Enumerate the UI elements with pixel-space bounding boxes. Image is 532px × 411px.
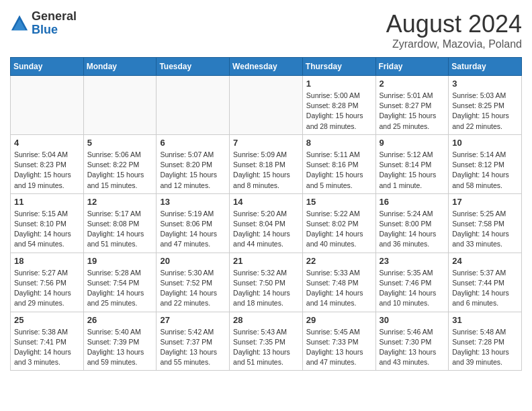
- day-info: Sunrise: 5:37 AM Sunset: 7:44 PM Dayligh…: [452, 268, 518, 309]
- calendar-cell: 11Sunrise: 5:15 AM Sunset: 8:10 PM Dayli…: [11, 193, 84, 253]
- page-header: General Blue August 2024 Zyrardow, Mazov…: [10, 10, 522, 50]
- day-number: 24: [452, 256, 518, 266]
- location-subtitle: Zyrardow, Mazovia, Poland: [386, 38, 522, 50]
- calendar-cell: 13Sunrise: 5:19 AM Sunset: 8:06 PM Dayli…: [157, 193, 230, 253]
- day-info: Sunrise: 5:03 AM Sunset: 8:25 PM Dayligh…: [452, 91, 518, 132]
- day-info: Sunrise: 5:25 AM Sunset: 7:58 PM Dayligh…: [452, 209, 518, 250]
- day-number: 27: [160, 315, 226, 325]
- calendar-cell: 16Sunrise: 5:24 AM Sunset: 8:00 PM Dayli…: [375, 193, 449, 253]
- calendar-cell: 9Sunrise: 5:12 AM Sunset: 8:14 PM Daylig…: [375, 134, 449, 193]
- day-number: 16: [380, 197, 445, 207]
- day-info: Sunrise: 5:42 AM Sunset: 7:37 PM Dayligh…: [160, 327, 226, 368]
- day-info: Sunrise: 5:48 AM Sunset: 7:28 PM Dayligh…: [452, 327, 518, 368]
- day-number: 8: [306, 138, 372, 148]
- day-number: 30: [380, 315, 445, 325]
- day-info: Sunrise: 5:04 AM Sunset: 8:23 PM Dayligh…: [14, 150, 80, 191]
- day-number: 3: [452, 79, 518, 89]
- day-of-week-header: Monday: [83, 58, 157, 76]
- day-info: Sunrise: 5:30 AM Sunset: 7:52 PM Dayligh…: [160, 268, 226, 309]
- day-number: 18: [14, 256, 80, 266]
- day-info: Sunrise: 5:38 AM Sunset: 7:41 PM Dayligh…: [14, 327, 80, 368]
- day-info: Sunrise: 5:43 AM Sunset: 7:35 PM Dayligh…: [233, 327, 299, 368]
- calendar-cell: [230, 76, 303, 135]
- day-info: Sunrise: 5:09 AM Sunset: 8:18 PM Dayligh…: [233, 150, 299, 191]
- day-number: 14: [233, 197, 299, 207]
- day-info: Sunrise: 5:45 AM Sunset: 7:33 PM Dayligh…: [306, 327, 372, 368]
- day-number: 10: [452, 138, 518, 148]
- calendar-cell: 3Sunrise: 5:03 AM Sunset: 8:25 PM Daylig…: [449, 76, 522, 135]
- day-info: Sunrise: 5:27 AM Sunset: 7:56 PM Dayligh…: [14, 268, 80, 309]
- day-info: Sunrise: 5:32 AM Sunset: 7:50 PM Dayligh…: [233, 268, 299, 309]
- calendar-cell: 4Sunrise: 5:04 AM Sunset: 8:23 PM Daylig…: [11, 134, 84, 193]
- day-info: Sunrise: 5:40 AM Sunset: 7:39 PM Dayligh…: [87, 327, 153, 368]
- day-info: Sunrise: 5:17 AM Sunset: 8:08 PM Dayligh…: [87, 209, 153, 250]
- day-number: 25: [14, 315, 80, 325]
- day-number: 22: [306, 256, 372, 266]
- calendar-cell: 30Sunrise: 5:46 AM Sunset: 7:30 PM Dayli…: [375, 312, 449, 371]
- day-of-week-header: Wednesday: [230, 58, 303, 76]
- calendar-cell: 29Sunrise: 5:45 AM Sunset: 7:33 PM Dayli…: [302, 312, 375, 371]
- calendar-cell: 15Sunrise: 5:22 AM Sunset: 8:02 PM Dayli…: [302, 193, 375, 253]
- month-title: August 2024: [386, 10, 522, 38]
- day-info: Sunrise: 5:33 AM Sunset: 7:48 PM Dayligh…: [306, 268, 372, 309]
- day-number: 28: [233, 315, 299, 325]
- logo-blue-text: Blue: [32, 23, 58, 36]
- day-number: 26: [87, 315, 153, 325]
- calendar-cell: 18Sunrise: 5:27 AM Sunset: 7:56 PM Dayli…: [11, 253, 84, 312]
- day-number: 12: [87, 197, 153, 207]
- calendar-cell: 12Sunrise: 5:17 AM Sunset: 8:08 PM Dayli…: [83, 193, 157, 253]
- day-of-week-header: Thursday: [302, 58, 375, 76]
- day-number: 23: [380, 256, 445, 266]
- day-info: Sunrise: 5:01 AM Sunset: 8:27 PM Dayligh…: [380, 91, 445, 132]
- calendar-cell: 25Sunrise: 5:38 AM Sunset: 7:41 PM Dayli…: [11, 312, 84, 371]
- day-number: 5: [87, 138, 153, 148]
- calendar-cell: 28Sunrise: 5:43 AM Sunset: 7:35 PM Dayli…: [230, 312, 303, 371]
- day-number: 20: [160, 256, 226, 266]
- day-number: 7: [233, 138, 299, 148]
- day-number: 19: [87, 256, 153, 266]
- day-number: 21: [233, 256, 299, 266]
- logo-general-text: General: [32, 9, 77, 23]
- day-number: 29: [306, 315, 372, 325]
- day-info: Sunrise: 5:15 AM Sunset: 8:10 PM Dayligh…: [14, 209, 80, 250]
- calendar-week-row: 11Sunrise: 5:15 AM Sunset: 8:10 PM Dayli…: [11, 193, 522, 253]
- day-number: 6: [160, 138, 226, 148]
- day-number: 11: [14, 197, 80, 207]
- calendar-cell: 21Sunrise: 5:32 AM Sunset: 7:50 PM Dayli…: [230, 253, 303, 312]
- calendar-cell: [157, 76, 230, 135]
- day-of-week-header: Tuesday: [157, 58, 230, 76]
- calendar-header-row: SundayMondayTuesdayWednesdayThursdayFrid…: [11, 58, 522, 76]
- day-info: Sunrise: 5:11 AM Sunset: 8:16 PM Dayligh…: [306, 150, 372, 191]
- calendar-week-row: 25Sunrise: 5:38 AM Sunset: 7:41 PM Dayli…: [11, 312, 522, 371]
- day-number: 31: [452, 315, 518, 325]
- calendar-cell: 7Sunrise: 5:09 AM Sunset: 8:18 PM Daylig…: [230, 134, 303, 193]
- day-info: Sunrise: 5:22 AM Sunset: 8:02 PM Dayligh…: [306, 209, 372, 250]
- day-number: 9: [380, 138, 445, 148]
- day-info: Sunrise: 5:19 AM Sunset: 8:06 PM Dayligh…: [160, 209, 226, 250]
- day-number: 4: [14, 138, 80, 148]
- day-info: Sunrise: 5:35 AM Sunset: 7:46 PM Dayligh…: [380, 268, 445, 309]
- calendar-cell: 31Sunrise: 5:48 AM Sunset: 7:28 PM Dayli…: [449, 312, 522, 371]
- calendar-cell: 23Sunrise: 5:35 AM Sunset: 7:46 PM Dayli…: [375, 253, 449, 312]
- day-info: Sunrise: 5:14 AM Sunset: 8:12 PM Dayligh…: [452, 150, 518, 191]
- calendar-table: SundayMondayTuesdayWednesdayThursdayFrid…: [10, 57, 522, 371]
- calendar-cell: 20Sunrise: 5:30 AM Sunset: 7:52 PM Dayli…: [157, 253, 230, 312]
- calendar-week-row: 18Sunrise: 5:27 AM Sunset: 7:56 PM Dayli…: [11, 253, 522, 312]
- calendar-cell: 5Sunrise: 5:06 AM Sunset: 8:22 PM Daylig…: [83, 134, 157, 193]
- day-number: 2: [380, 79, 445, 89]
- day-number: 17: [452, 197, 518, 207]
- day-of-week-header: Sunday: [11, 58, 84, 76]
- logo: General Blue: [10, 10, 77, 37]
- day-of-week-header: Friday: [375, 58, 449, 76]
- calendar-cell: 10Sunrise: 5:14 AM Sunset: 8:12 PM Dayli…: [449, 134, 522, 193]
- day-info: Sunrise: 5:06 AM Sunset: 8:22 PM Dayligh…: [87, 150, 153, 191]
- calendar-cell: 14Sunrise: 5:20 AM Sunset: 8:04 PM Dayli…: [230, 193, 303, 253]
- calendar-cell: 17Sunrise: 5:25 AM Sunset: 7:58 PM Dayli…: [449, 193, 522, 253]
- day-info: Sunrise: 5:20 AM Sunset: 8:04 PM Dayligh…: [233, 209, 299, 250]
- logo-icon: [10, 14, 29, 33]
- calendar-week-row: 4Sunrise: 5:04 AM Sunset: 8:23 PM Daylig…: [11, 134, 522, 193]
- calendar-cell: 26Sunrise: 5:40 AM Sunset: 7:39 PM Dayli…: [83, 312, 157, 371]
- calendar-week-row: 1Sunrise: 5:00 AM Sunset: 8:28 PM Daylig…: [11, 76, 522, 135]
- day-info: Sunrise: 5:00 AM Sunset: 8:28 PM Dayligh…: [306, 91, 372, 132]
- calendar-cell: 8Sunrise: 5:11 AM Sunset: 8:16 PM Daylig…: [302, 134, 375, 193]
